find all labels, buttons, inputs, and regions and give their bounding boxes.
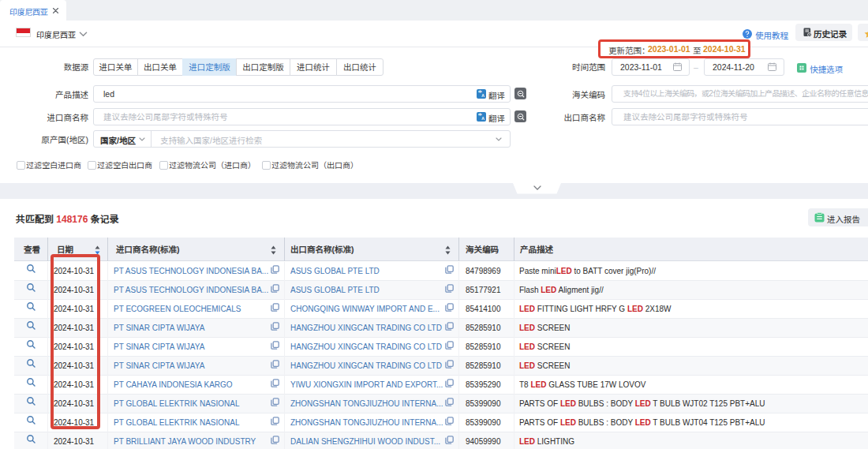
svg-text:A: A (481, 116, 485, 121)
svg-text:A: A (481, 93, 485, 98)
